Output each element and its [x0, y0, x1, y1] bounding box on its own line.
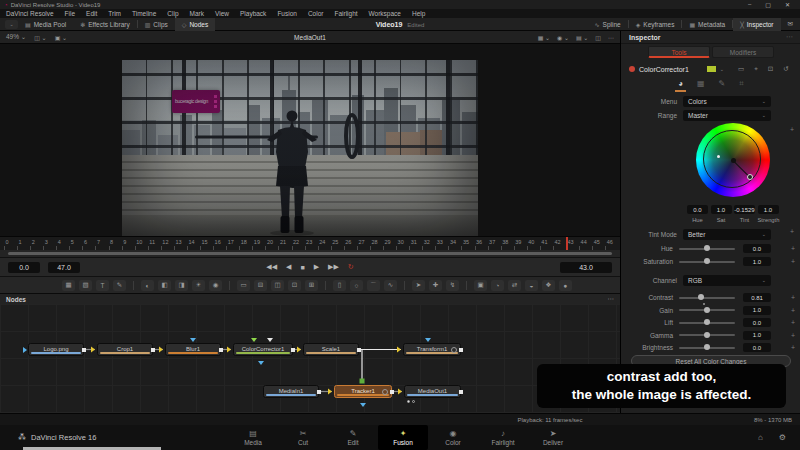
last-frame-button[interactable]: ▶▶	[328, 263, 339, 271]
viewer-header-icon-2[interactable]: ▤ ⌄	[576, 34, 588, 41]
reset-icon[interactable]: ↺	[783, 65, 788, 73]
viewer-header-icon-1[interactable]: ◉ ⌄	[557, 34, 569, 41]
slider-thumb[interactable]	[704, 332, 710, 338]
close-button[interactable]: ✕	[785, 1, 790, 8]
fx-tool-0-0-icon[interactable]: ▦	[62, 280, 75, 291]
menu-davinci-resolve[interactable]: DaVinci Resolve	[6, 10, 54, 17]
gain-slider[interactable]	[679, 309, 735, 311]
slider-thumb[interactable]	[704, 344, 710, 350]
node-crop1[interactable]: Crop1	[97, 343, 153, 356]
nodes-menu-icon[interactable]: ⋯	[608, 295, 615, 303]
fx-tool-1-3-icon[interactable]: ☀	[192, 280, 205, 291]
clips-button[interactable]: ▥Clips	[138, 18, 175, 31]
node-output[interactable]	[291, 348, 295, 352]
tint-keyframe-plus[interactable]: +	[790, 228, 794, 235]
fx-tool-5-1-icon[interactable]: ◔	[491, 280, 504, 291]
viewer-header-icon-0[interactable]: ▦ ⌄	[538, 34, 550, 41]
fx-tool-5-5-icon[interactable]: ●	[559, 280, 572, 291]
hue-value-field[interactable]: 0.0	[743, 244, 771, 253]
inspector-button[interactable]: ╳Inspector	[733, 18, 780, 31]
page-fairlight[interactable]: ♪Fairlight	[478, 425, 528, 450]
node-output[interactable]	[151, 348, 155, 352]
effects-library-button[interactable]: ✻Effects Library	[73, 18, 136, 31]
page-cut[interactable]: ✂Cut	[278, 425, 328, 450]
step-back-button[interactable]: ◀	[286, 263, 291, 271]
menu-file[interactable]: File	[65, 10, 75, 17]
node-transform1[interactable]: Transform1	[403, 343, 461, 356]
slider-thumb[interactable]	[698, 294, 704, 300]
node-tracker1[interactable]: Tracker1	[334, 385, 392, 398]
slider-thumb[interactable]	[704, 245, 710, 251]
menu-playback[interactable]: Playback	[240, 10, 266, 17]
gamma-value-field[interactable]: 1.0	[743, 331, 771, 340]
fx-tool-5-0-icon[interactable]: ▣	[474, 280, 487, 291]
chat-icon[interactable]: ✉	[781, 18, 800, 31]
menu-fairlight[interactable]: Fairlight	[334, 10, 357, 17]
fx-tool-1-0-icon[interactable]: ◐	[141, 280, 154, 291]
fx-tool-0-1-icon[interactable]: ▧	[79, 280, 92, 291]
wheel-keyframe-plus[interactable]: +	[790, 126, 794, 133]
page-edit[interactable]: ✎Edit	[328, 425, 378, 450]
spline-button[interactable]: ∿Spline	[588, 18, 628, 31]
settings-gear-icon[interactable]: ⚙	[779, 433, 786, 442]
maximize-button[interactable]: ▢	[765, 1, 771, 8]
pin-icon[interactable]: ⌖	[754, 65, 758, 73]
stop-button[interactable]: ■	[300, 264, 304, 271]
viewer-panel[interactable]: 1920x1080xfloat32	[0, 44, 620, 236]
menu-view[interactable]: View	[215, 10, 229, 17]
fx-tool-0-3-icon[interactable]: ✎	[113, 280, 126, 291]
node-blur1[interactable]: Blur1	[165, 343, 221, 356]
slider-thumb[interactable]	[704, 319, 710, 325]
node-output[interactable]	[82, 348, 86, 352]
hue-slider[interactable]	[679, 248, 735, 250]
viewer-channel-dropdown[interactable]: ▣ ⌄	[55, 34, 67, 41]
menu-clip[interactable]: Clip	[167, 10, 178, 17]
first-frame-button[interactable]: ◀◀	[266, 263, 277, 271]
menu-edit[interactable]: Edit	[86, 10, 97, 17]
node-output[interactable]	[219, 348, 223, 352]
fx-tool-2-1-icon[interactable]: ⊟	[254, 280, 267, 291]
keyframe-plus[interactable]: +	[791, 319, 795, 326]
in-point-field[interactable]: 0.0	[8, 262, 40, 273]
gain-value-field[interactable]: 1.0	[743, 306, 771, 315]
saturation-value-field[interactable]: 1.0	[743, 257, 771, 266]
timeline-ruler[interactable]: 0123456789101112131415161718192021222324…	[0, 236, 620, 250]
inspector-tab-modifiers[interactable]: Modifiers	[712, 46, 774, 58]
range-dropdown[interactable]: Master⌄	[683, 110, 771, 121]
slider-thumb[interactable]	[704, 258, 710, 264]
inspector-menu-icon[interactable]: ⋯	[786, 33, 793, 41]
menu-timeline[interactable]: Timeline	[132, 10, 156, 17]
fx-tool-2-0-icon[interactable]: ▭	[237, 280, 250, 291]
fx-tool-2-2-icon[interactable]: ◫	[271, 280, 284, 291]
viewer-assign-dots[interactable]	[407, 400, 415, 403]
tint-mode-dropdown[interactable]: Better⌄	[683, 229, 771, 240]
metadata-button[interactable]: ▦Metadata	[682, 18, 732, 31]
timeline-scrollbar[interactable]	[0, 250, 620, 257]
contrast-slider[interactable]	[679, 297, 735, 299]
brightness-value-field[interactable]: 0.0	[743, 343, 771, 352]
fx-tool-5-2-icon[interactable]: ⇄	[508, 280, 521, 291]
keyframe-plus[interactable]: +	[791, 332, 795, 339]
fx-tool-2-4-icon[interactable]: ⊞	[305, 280, 318, 291]
node-color-swatch[interactable]	[707, 66, 716, 72]
current-frame-field[interactable]: 43.0	[560, 262, 612, 273]
value-field-hue[interactable]: 0.0	[687, 205, 708, 214]
media-pool-button[interactable]: ▤Media Pool	[18, 18, 73, 31]
lift-value-field[interactable]: 0.0	[743, 318, 771, 327]
menu-trim[interactable]: Trim	[108, 10, 121, 17]
fx-tool-1-4-icon[interactable]: ◉	[209, 280, 222, 291]
saturation-slider[interactable]	[679, 261, 735, 263]
menu-color[interactable]: Color	[308, 10, 324, 17]
swatch-chevron-icon[interactable]: ⌄	[720, 66, 724, 72]
settings-tab[interactable]: ⌗	[739, 79, 744, 89]
value-field-tint[interactable]: -0.1529	[734, 205, 755, 214]
node-output[interactable]	[317, 390, 321, 394]
keyframe-plus[interactable]: +	[791, 344, 795, 351]
fx-tool-1-2-icon[interactable]: ◨	[175, 280, 188, 291]
node-logo.png[interactable]: Logo.png	[28, 343, 84, 356]
duration-field[interactable]: 47.0	[48, 262, 80, 273]
play-button[interactable]: ▶	[314, 263, 319, 271]
nodes-button[interactable]: ◇Nodes	[175, 18, 215, 31]
menu-fusion[interactable]: Fusion	[277, 10, 297, 17]
menu-mark[interactable]: Mark	[190, 10, 204, 17]
